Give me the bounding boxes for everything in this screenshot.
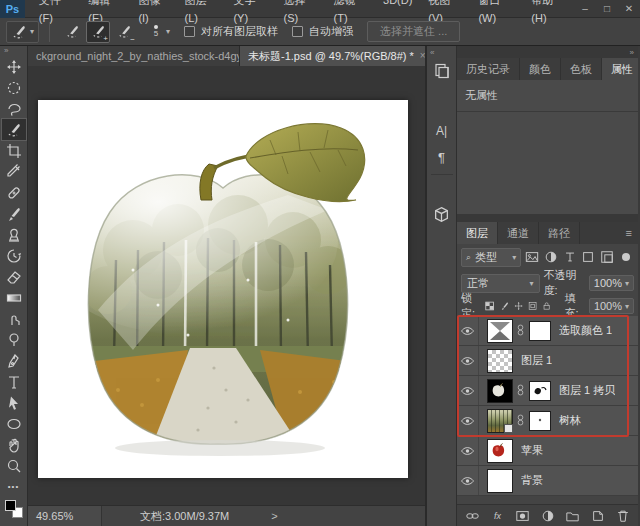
layer-mask-thumbnail[interactable] xyxy=(529,411,551,431)
lock-artboard-icon[interactable] xyxy=(528,300,537,312)
layer-name[interactable]: 苹果 xyxy=(521,443,543,458)
character-panel-icon[interactable]: A| xyxy=(429,118,455,144)
menu-help[interactable]: 帮助(H) xyxy=(523,0,574,27)
healing-brush-tool[interactable] xyxy=(2,182,26,203)
sample-all-layers-checkbox[interactable] xyxy=(184,26,195,37)
maximize-button[interactable]: □ xyxy=(596,0,618,18)
dock-expand-icon[interactable]: « xyxy=(427,46,434,58)
foreground-background-swatches[interactable] xyxy=(5,500,23,518)
filter-pixel-layers-icon[interactable] xyxy=(524,249,540,266)
lasso-tool[interactable] xyxy=(2,98,26,119)
filter-shape-layers-icon[interactable] xyxy=(581,249,597,266)
layer-name[interactable]: 选取颜色 1 xyxy=(559,323,612,338)
clone-stamp-tool[interactable] xyxy=(2,224,26,245)
layer-style-fx-icon[interactable]: fx xyxy=(490,508,506,524)
layer-mask-thumbnail[interactable] xyxy=(529,321,551,341)
visibility-toggle[interactable] xyxy=(457,346,479,375)
layer-name[interactable]: 树林 xyxy=(559,413,581,428)
layer-thumbnail[interactable] xyxy=(487,469,513,493)
layer-row-forest[interactable]: 树林 xyxy=(457,406,638,436)
tab-properties[interactable]: 属性 xyxy=(602,58,640,80)
menu-select[interactable]: 选择(S) xyxy=(275,0,325,27)
layer-thumbnail[interactable] xyxy=(487,379,513,403)
elliptical-marquee-tool[interactable] xyxy=(2,77,26,98)
filter-type-layers-icon[interactable] xyxy=(562,249,578,266)
add-to-selection-button[interactable]: + xyxy=(86,21,110,43)
tool-preset-picker[interactable]: ▾ xyxy=(6,21,39,43)
opacity-field[interactable]: 100% ▾ xyxy=(589,275,634,291)
layer-mask-thumbnail[interactable] xyxy=(529,381,551,401)
close-button[interactable]: ✕ xyxy=(618,0,640,18)
auto-enhance-checkbox[interactable] xyxy=(292,26,303,37)
tab-channels[interactable]: 通道 xyxy=(498,222,539,244)
select-and-mask-button[interactable]: 选择并遮住 ... xyxy=(367,21,460,42)
eyedropper-tool[interactable] xyxy=(2,161,26,182)
zoom-tool[interactable] xyxy=(2,455,26,476)
filter-adjustment-layers-icon[interactable] xyxy=(543,249,559,266)
lock-all-icon[interactable] xyxy=(542,300,551,312)
filter-toggle-icon[interactable] xyxy=(618,249,634,266)
canvas-area[interactable] xyxy=(28,66,425,505)
visibility-toggle[interactable] xyxy=(457,376,479,405)
menu-layer[interactable]: 图层(L) xyxy=(176,0,225,27)
minimize-button[interactable]: – xyxy=(574,0,596,18)
dodge-tool[interactable] xyxy=(2,329,26,350)
visibility-toggle[interactable] xyxy=(457,316,479,345)
status-expand-arrow[interactable]: > xyxy=(271,510,277,522)
quick-selection-tool[interactable] xyxy=(2,119,26,140)
add-layer-mask-icon[interactable] xyxy=(515,508,531,524)
tab-layers[interactable]: 图层 xyxy=(457,222,498,244)
new-selection-button[interactable] xyxy=(60,21,84,43)
brush-size-picker[interactable]: 5 ▾ xyxy=(148,25,170,38)
lock-transparent-pixels-icon[interactable] xyxy=(485,300,494,312)
tab-color[interactable]: 颜色 xyxy=(520,58,561,80)
visibility-toggle[interactable] xyxy=(457,436,479,465)
zoom-level-field[interactable]: 49.65% xyxy=(28,506,102,526)
foreground-color-swatch[interactable] xyxy=(5,500,16,511)
eraser-tool[interactable] xyxy=(2,266,26,287)
menu-window[interactable]: 窗口(W) xyxy=(470,0,523,27)
paragraph-panel-icon[interactable]: ¶ xyxy=(429,144,455,170)
blend-mode-dropdown[interactable]: 正常 ▾ xyxy=(461,274,540,293)
pen-tool[interactable] xyxy=(2,350,26,371)
new-adjustment-layer-icon[interactable] xyxy=(540,508,556,524)
layer-thumbnail[interactable] xyxy=(487,349,513,373)
3d-panel-icon[interactable] xyxy=(429,201,455,227)
new-layer-icon[interactable] xyxy=(590,508,606,524)
menu-image[interactable]: 图像(I) xyxy=(130,0,176,27)
ellipse-shape-tool[interactable] xyxy=(2,413,26,434)
crop-tool[interactable] xyxy=(2,140,26,161)
new-group-folder-icon[interactable] xyxy=(565,508,581,524)
brush-tool[interactable] xyxy=(2,203,26,224)
history-panel-icon[interactable] xyxy=(429,58,455,84)
gradient-tool[interactable] xyxy=(2,287,26,308)
visibility-toggle[interactable] xyxy=(457,406,479,435)
layer-row-background[interactable]: 背景 xyxy=(457,466,638,496)
layer-name[interactable]: 图层 1 xyxy=(521,353,552,368)
layer-row-selective-color[interactable]: 选取颜色 1 xyxy=(457,316,638,346)
toolbar-collapse-icon[interactable]: » xyxy=(0,46,8,56)
layer-name[interactable]: 背景 xyxy=(521,473,543,488)
layer-thumbnail[interactable] xyxy=(487,439,513,463)
subtract-from-selection-button[interactable]: − xyxy=(112,21,136,43)
link-layers-icon[interactable] xyxy=(465,508,481,524)
layer-row-layer1[interactable]: 图层 1 xyxy=(457,346,638,376)
panel-menu-icon[interactable]: ≡ xyxy=(620,222,638,244)
layer-name[interactable]: 图层 1 拷贝 xyxy=(559,383,615,398)
tab-history[interactable]: 历史记录 xyxy=(457,58,520,80)
tab-paths[interactable]: 路径 xyxy=(539,222,580,244)
document-tab-untitled[interactable]: 未标题-1.psd @ 49.7%(RGB/8#) * × xyxy=(240,46,425,66)
move-tool[interactable] xyxy=(2,56,26,77)
tab-swatches[interactable]: 色板 xyxy=(561,58,602,80)
hand-tool[interactable] xyxy=(2,434,26,455)
document-tab-background-night[interactable]: ckground_night_2_by_nathies_stock-d4gy0s… xyxy=(28,46,240,66)
delete-layer-trash-icon[interactable] xyxy=(615,508,631,524)
lock-position-icon[interactable] xyxy=(514,300,523,312)
visibility-toggle[interactable] xyxy=(457,466,479,495)
filter-kind-dropdown[interactable]: ⌕ 类型 ▾ xyxy=(461,248,521,267)
menu-type[interactable]: 文字(Y) xyxy=(225,0,275,27)
layer-row-apple[interactable]: 苹果 xyxy=(457,436,638,466)
adjustment-layer-thumbnail[interactable] xyxy=(487,319,513,343)
lock-image-pixels-icon[interactable] xyxy=(500,300,509,312)
history-brush-tool[interactable] xyxy=(2,245,26,266)
